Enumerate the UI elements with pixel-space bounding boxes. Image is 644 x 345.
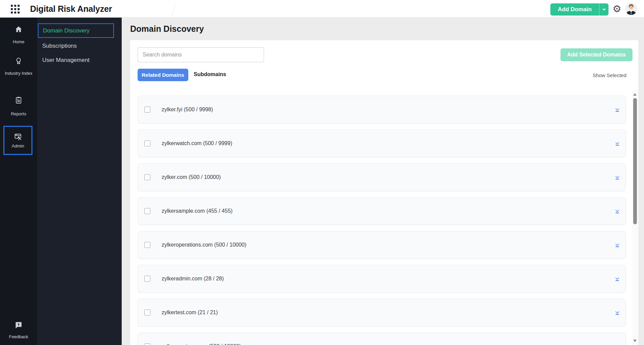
scroll-up-arrow-icon[interactable] <box>633 91 637 96</box>
sidebar-item-label: Reports <box>0 111 37 117</box>
domain-row[interactable]: zylkerservices.com (500 / 10000) <box>138 332 626 345</box>
domain-label: zylkerwatch.com (500 / 9999) <box>162 140 232 146</box>
domain-row[interactable]: zylker.fyi (500 / 9998) <box>138 96 626 123</box>
domain-label: zylker.com (500 / 10000) <box>162 174 221 180</box>
main-content: Domain Discovery Add Selected Domains Re… <box>122 18 644 345</box>
admin-icon <box>14 132 22 141</box>
header-divider <box>171 1 176 16</box>
domain-label: zylker.fyi (500 / 9998) <box>162 107 213 113</box>
add-domain-button[interactable]: Add Domain <box>550 3 599 16</box>
sidebar-item-admin[interactable]: Admin <box>3 126 32 155</box>
domain-row[interactable]: zylker.com (500 / 10000) <box>138 163 626 191</box>
add-domain-dropdown-button[interactable] <box>599 3 609 16</box>
chevron-expand-icon[interactable] <box>614 107 621 113</box>
chevron-expand-icon[interactable] <box>614 276 621 282</box>
sidebar-item-reports[interactable]: Reports <box>0 96 37 117</box>
domain-row[interactable]: zylkerwatch.com (500 / 9999) <box>138 130 626 157</box>
domain-row[interactable]: zylkertest.com (21 / 21) <box>138 299 626 326</box>
domain-label: zylkeroperations.com (500 / 10000) <box>162 242 246 248</box>
domain-label: zylkerservices.com (500 / 10000) <box>162 343 241 345</box>
icon-sidebar: Home Industry Index Reports <box>0 18 37 345</box>
sidebar-item-label: Home <box>0 39 37 45</box>
sidebar-item-industry-index[interactable]: Industry Index <box>0 57 37 76</box>
chevron-expand-icon[interactable] <box>614 208 621 215</box>
add-domain-split-button: Add Domain <box>550 3 609 16</box>
domain-checkbox[interactable] <box>144 140 150 146</box>
domain-checkbox[interactable] <box>144 107 150 113</box>
domain-label: zylkersample.com (455 / 455) <box>162 208 233 214</box>
subnav-item-label: User Management <box>42 57 90 63</box>
domain-row[interactable]: zylkersample.com (455 / 455) <box>138 197 626 225</box>
admin-subnav: Domain Discovery Subscriptions User Mana… <box>37 18 122 345</box>
scroll-down-arrow-icon[interactable] <box>633 340 637 344</box>
avatar-person-icon <box>625 3 637 15</box>
chevron-expand-icon[interactable] <box>614 309 621 316</box>
domain-row[interactable]: zylkeroperations.com (500 / 10000) <box>138 231 626 259</box>
domain-checkbox[interactable] <box>144 343 150 345</box>
user-avatar[interactable] <box>625 3 637 15</box>
scrollbar-thumb[interactable] <box>633 98 637 224</box>
vertical-scrollbar[interactable] <box>632 90 638 345</box>
domain-row[interactable]: zylkeradmin.com (28 / 28) <box>138 265 626 293</box>
domain-checkbox[interactable] <box>144 174 150 180</box>
sidebar-item-home[interactable]: Home <box>0 25 37 45</box>
chevron-expand-icon[interactable] <box>614 343 621 345</box>
sidebar-item-label: Admin <box>12 143 24 148</box>
domain-label: zylkeradmin.com (28 / 28) <box>162 276 224 282</box>
sidebar-item-label: Feedback <box>0 334 37 340</box>
sidebar-item-label: Industry Index <box>0 70 37 76</box>
domain-checkbox[interactable] <box>144 276 150 282</box>
reports-icon <box>15 96 23 104</box>
tab-related-domains[interactable]: Related Domains <box>138 69 188 81</box>
subnav-item-subscriptions[interactable]: Subscriptions <box>42 43 77 49</box>
top-header: Digital Risk Analyzer Add Domain ⚙ <box>0 0 644 18</box>
domain-checkbox[interactable] <box>144 309 150 316</box>
app-title: Digital Risk Analyzer <box>30 0 112 18</box>
digital-risk-analyzer-app: Digital Risk Analyzer Add Domain ⚙ <box>0 0 644 345</box>
gear-icon[interactable]: ⚙ <box>613 3 621 15</box>
chevron-expand-icon[interactable] <box>614 242 621 249</box>
apps-grid-icon[interactable] <box>11 5 20 14</box>
feedback-icon <box>14 321 23 329</box>
sidebar-item-feedback[interactable]: Feedback <box>0 321 37 340</box>
subnav-item-user-management[interactable]: User Management <box>42 57 90 64</box>
tab-subdomains[interactable]: Subdomains <box>194 71 226 77</box>
caret-down-icon <box>602 9 606 12</box>
chevron-expand-icon[interactable] <box>614 140 621 147</box>
domain-label: zylkertest.com (21 / 21) <box>162 309 218 316</box>
domain-list: zylker.fyi (500 / 9998) zylkerwatch.com … <box>138 96 626 345</box>
domain-discovery-panel: Add Selected Domains Related Domains Sub… <box>130 40 638 345</box>
subnav-item-label: Domain Discovery <box>43 27 90 34</box>
subnav-item-label: Subscriptions <box>42 43 77 49</box>
add-selected-domains-button[interactable]: Add Selected Domains <box>560 48 633 61</box>
subnav-item-domain-discovery[interactable]: Domain Discovery <box>38 23 114 38</box>
domain-checkbox[interactable] <box>144 242 150 248</box>
page-title: Domain Discovery <box>130 24 204 34</box>
chevron-expand-icon[interactable] <box>614 174 621 181</box>
show-selected-link[interactable]: Show Selected <box>593 72 626 78</box>
home-icon <box>15 25 23 33</box>
search-input[interactable] <box>138 47 264 62</box>
domain-checkbox[interactable] <box>144 208 150 214</box>
industry-index-icon <box>15 57 23 65</box>
